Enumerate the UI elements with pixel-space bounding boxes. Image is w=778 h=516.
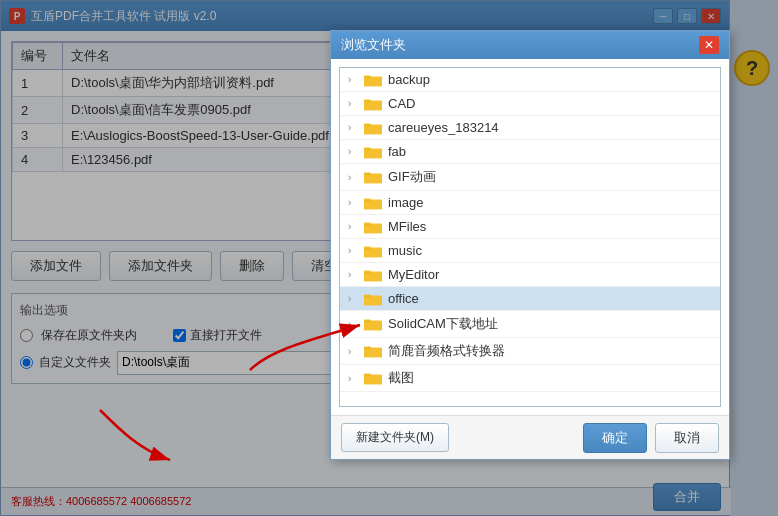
folder-expand-arrow: › [348, 221, 360, 232]
folder-icon [364, 121, 382, 135]
folder-expand-arrow: › [348, 293, 360, 304]
svg-rect-35 [364, 347, 371, 349]
svg-rect-4 [364, 101, 382, 110]
svg-rect-14 [364, 173, 371, 175]
dialog-footer: 新建文件夹(M) 确定 取消 [331, 415, 729, 459]
folder-expand-arrow: › [348, 197, 360, 208]
folder-name: music [388, 243, 422, 258]
folder-expand-arrow: › [348, 373, 360, 384]
folder-expand-arrow: › [348, 346, 360, 357]
folder-name: 简鹿音频格式转换器 [388, 342, 505, 360]
svg-rect-1 [364, 77, 382, 86]
folder-item[interactable]: › backup [340, 68, 720, 92]
folder-item[interactable]: › MyEditor [340, 263, 720, 287]
folder-expand-arrow: › [348, 319, 360, 330]
svg-rect-37 [364, 375, 382, 384]
folder-name: MyEditor [388, 267, 439, 282]
folder-item[interactable]: › GIF动画 [340, 164, 720, 191]
folder-item[interactable]: › image [340, 191, 720, 215]
svg-rect-10 [364, 149, 382, 158]
folder-name: careueyes_183214 [388, 120, 499, 135]
svg-rect-11 [364, 148, 371, 150]
folder-name: fab [388, 144, 406, 159]
folder-icon [364, 73, 382, 87]
svg-rect-26 [364, 271, 371, 273]
folder-icon [364, 220, 382, 234]
svg-rect-16 [364, 200, 382, 209]
folder-item[interactable]: › 截图 [340, 365, 720, 392]
folder-item[interactable]: › office [340, 287, 720, 311]
folder-expand-arrow: › [348, 172, 360, 183]
folder-name: SolidCAM下载地址 [388, 315, 498, 333]
svg-rect-19 [364, 224, 382, 233]
folder-icon [364, 145, 382, 159]
folder-item[interactable]: › music [340, 239, 720, 263]
svg-rect-22 [364, 248, 382, 257]
svg-rect-13 [364, 174, 382, 183]
folder-expand-arrow: › [348, 122, 360, 133]
folder-icon [364, 344, 382, 358]
cancel-button[interactable]: 取消 [655, 423, 719, 453]
folder-name: MFiles [388, 219, 426, 234]
folder-expand-arrow: › [348, 269, 360, 280]
folder-item[interactable]: › fab [340, 140, 720, 164]
folder-icon [364, 292, 382, 306]
folder-expand-arrow: › [348, 98, 360, 109]
dialog-close-button[interactable]: ✕ [699, 36, 719, 54]
svg-rect-31 [364, 321, 382, 330]
svg-rect-7 [364, 125, 382, 134]
folder-name: 截图 [388, 369, 414, 387]
folder-item[interactable]: › CAD [340, 92, 720, 116]
folder-name: GIF动画 [388, 168, 436, 186]
svg-rect-28 [364, 296, 382, 305]
dialog-overlay: 浏览文件夹 ✕ › backup› CAD› careueyes_183214›… [0, 0, 778, 516]
folder-expand-arrow: › [348, 245, 360, 256]
dialog-content: › backup› CAD› careueyes_183214› fab› GI… [331, 59, 729, 415]
svg-rect-32 [364, 320, 371, 322]
dialog-title-bar: 浏览文件夹 ✕ [331, 31, 729, 59]
folder-icon [364, 196, 382, 210]
folder-name: CAD [388, 96, 415, 111]
folder-name: image [388, 195, 423, 210]
folder-name: backup [388, 72, 430, 87]
svg-rect-38 [364, 374, 371, 376]
folder-icon [364, 371, 382, 385]
folder-icon [364, 170, 382, 184]
folder-item[interactable]: › careueyes_183214 [340, 116, 720, 140]
folder-icon [364, 268, 382, 282]
folder-expand-arrow: › [348, 146, 360, 157]
svg-rect-5 [364, 100, 371, 102]
svg-rect-20 [364, 223, 371, 225]
folder-list[interactable]: › backup› CAD› careueyes_183214› fab› GI… [339, 67, 721, 407]
dialog-title: 浏览文件夹 [341, 36, 699, 54]
folder-name: office [388, 291, 419, 306]
svg-rect-8 [364, 124, 371, 126]
svg-rect-17 [364, 199, 371, 201]
folder-item[interactable]: › 简鹿音频格式转换器 [340, 338, 720, 365]
svg-rect-2 [364, 76, 371, 78]
folder-item[interactable]: › SolidCAM下载地址 [340, 311, 720, 338]
browse-folder-dialog: 浏览文件夹 ✕ › backup› CAD› careueyes_183214›… [330, 30, 730, 460]
folder-icon [364, 317, 382, 331]
svg-rect-29 [364, 295, 371, 297]
folder-expand-arrow: › [348, 74, 360, 85]
svg-rect-34 [364, 348, 382, 357]
new-folder-button[interactable]: 新建文件夹(M) [341, 423, 449, 452]
svg-rect-23 [364, 247, 371, 249]
folder-icon [364, 244, 382, 258]
confirm-button[interactable]: 确定 [583, 423, 647, 453]
folder-item[interactable]: › MFiles [340, 215, 720, 239]
folder-icon [364, 97, 382, 111]
svg-rect-25 [364, 272, 382, 281]
